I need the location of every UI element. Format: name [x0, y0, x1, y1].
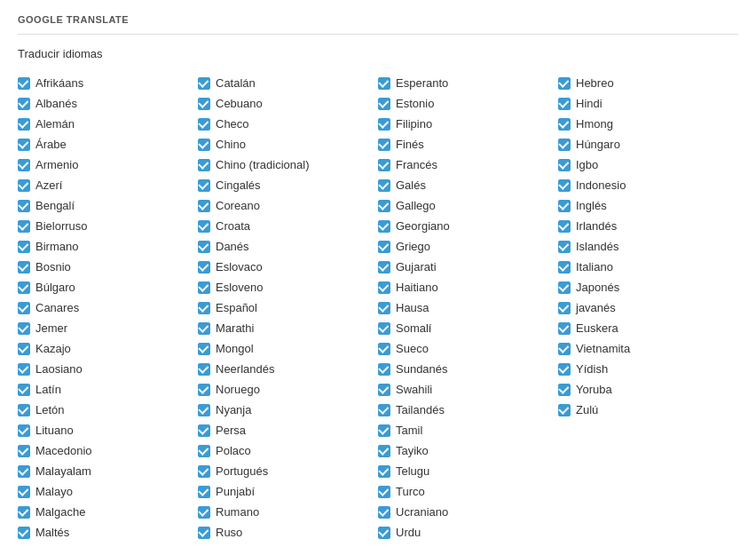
- language-checkbox[interactable]: [378, 343, 390, 355]
- language-checkbox[interactable]: [558, 220, 571, 233]
- language-checkbox[interactable]: [18, 261, 30, 274]
- list-item[interactable]: Mongol: [198, 340, 378, 357]
- list-item[interactable]: Marathi: [198, 320, 378, 337]
- language-checkbox[interactable]: [378, 322, 390, 335]
- language-checkbox[interactable]: [558, 159, 571, 171]
- list-item[interactable]: Urdu: [378, 524, 558, 541]
- language-checkbox[interactable]: [378, 118, 390, 131]
- language-checkbox[interactable]: [558, 343, 571, 355]
- language-checkbox[interactable]: [18, 241, 30, 253]
- list-item[interactable]: Galés: [378, 177, 558, 194]
- language-checkbox[interactable]: [18, 98, 30, 110]
- language-checkbox[interactable]: [198, 506, 210, 519]
- language-checkbox[interactable]: [18, 445, 30, 457]
- list-item[interactable]: Euskera: [558, 320, 738, 337]
- list-item[interactable]: Vietnamita: [558, 340, 738, 357]
- list-item[interactable]: Tayiko: [378, 442, 558, 459]
- list-item[interactable]: Ruso: [198, 524, 378, 541]
- language-checkbox[interactable]: [378, 261, 390, 274]
- language-checkbox[interactable]: [18, 506, 30, 519]
- list-item[interactable]: Esloveno: [198, 279, 378, 296]
- language-checkbox[interactable]: [198, 527, 210, 539]
- list-item[interactable]: Esperanto: [378, 75, 558, 91]
- language-checkbox[interactable]: [18, 200, 30, 212]
- list-item[interactable]: Georgiano: [378, 218, 558, 234]
- list-item[interactable]: Finés: [378, 136, 558, 153]
- list-item[interactable]: Filipino: [378, 115, 558, 132]
- language-checkbox[interactable]: [378, 159, 390, 171]
- language-checkbox[interactable]: [18, 363, 30, 376]
- language-checkbox[interactable]: [198, 404, 210, 416]
- language-checkbox[interactable]: [198, 343, 210, 355]
- list-item[interactable]: Eslovaco: [198, 258, 378, 275]
- list-item[interactable]: Azerí: [18, 177, 198, 194]
- language-checkbox[interactable]: [378, 486, 390, 498]
- list-item[interactable]: Turco: [378, 483, 558, 500]
- list-item[interactable]: Inglés: [558, 197, 738, 214]
- list-item[interactable]: Hebreo: [558, 75, 738, 91]
- list-item[interactable]: Polaco: [198, 442, 378, 459]
- language-checkbox[interactable]: [558, 302, 571, 314]
- list-item[interactable]: Armenio: [18, 156, 198, 173]
- language-checkbox[interactable]: [18, 465, 30, 478]
- list-item[interactable]: Maltés: [18, 524, 198, 541]
- list-item[interactable]: Tamil: [378, 422, 558, 439]
- list-item[interactable]: Chino: [198, 136, 378, 153]
- list-item[interactable]: Bielorruso: [18, 218, 198, 234]
- language-checkbox[interactable]: [18, 77, 30, 90]
- language-checkbox[interactable]: [378, 241, 390, 253]
- list-item[interactable]: Haitiano: [378, 279, 558, 296]
- list-item[interactable]: Lituano: [18, 422, 198, 439]
- list-item[interactable]: Kazajo: [18, 340, 198, 357]
- language-checkbox[interactable]: [378, 384, 390, 396]
- language-checkbox[interactable]: [18, 118, 30, 131]
- list-item[interactable]: Swahili: [378, 381, 558, 398]
- list-item[interactable]: Chino (tradicional): [198, 156, 378, 173]
- list-item[interactable]: Noruego: [198, 381, 378, 398]
- list-item[interactable]: Hindi: [558, 95, 738, 112]
- language-checkbox[interactable]: [558, 139, 571, 151]
- language-checkbox[interactable]: [558, 98, 571, 110]
- list-item[interactable]: Punjabí: [198, 483, 378, 500]
- language-checkbox[interactable]: [558, 261, 571, 274]
- language-checkbox[interactable]: [198, 77, 210, 90]
- language-checkbox[interactable]: [378, 220, 390, 233]
- list-item[interactable]: Malgache: [18, 503, 198, 520]
- language-checkbox[interactable]: [378, 404, 390, 416]
- language-checkbox[interactable]: [198, 118, 210, 131]
- list-item[interactable]: Islandés: [558, 238, 738, 255]
- language-checkbox[interactable]: [18, 302, 30, 314]
- language-checkbox[interactable]: [18, 384, 30, 396]
- language-checkbox[interactable]: [378, 139, 390, 151]
- list-item[interactable]: Bosnio: [18, 258, 198, 275]
- list-item[interactable]: Indonesio: [558, 177, 738, 194]
- language-checkbox[interactable]: [378, 281, 390, 294]
- language-checkbox[interactable]: [198, 220, 210, 233]
- language-checkbox[interactable]: [198, 445, 210, 457]
- language-checkbox[interactable]: [378, 424, 390, 437]
- list-item[interactable]: Portugués: [198, 463, 378, 480]
- language-checkbox[interactable]: [378, 445, 390, 457]
- language-checkbox[interactable]: [198, 322, 210, 335]
- list-item[interactable]: Hmong: [558, 115, 738, 132]
- list-item[interactable]: Macedonio: [18, 442, 198, 459]
- language-checkbox[interactable]: [198, 302, 210, 314]
- language-checkbox[interactable]: [198, 281, 210, 294]
- language-checkbox[interactable]: [378, 363, 390, 376]
- language-checkbox[interactable]: [558, 404, 571, 416]
- language-checkbox[interactable]: [198, 261, 210, 274]
- language-checkbox[interactable]: [18, 220, 30, 233]
- list-item[interactable]: Cingalés: [198, 177, 378, 194]
- list-item[interactable]: Coreano: [198, 197, 378, 214]
- list-item[interactable]: Igbo: [558, 156, 738, 173]
- language-checkbox[interactable]: [378, 77, 390, 90]
- list-item[interactable]: Árabe: [18, 136, 198, 153]
- language-checkbox[interactable]: [18, 343, 30, 355]
- list-item[interactable]: Letón: [18, 401, 198, 418]
- language-checkbox[interactable]: [378, 302, 390, 314]
- language-checkbox[interactable]: [198, 486, 210, 498]
- list-item[interactable]: Rumano: [198, 503, 378, 520]
- language-checkbox[interactable]: [558, 322, 571, 335]
- language-checkbox[interactable]: [198, 363, 210, 376]
- language-checkbox[interactable]: [18, 179, 30, 192]
